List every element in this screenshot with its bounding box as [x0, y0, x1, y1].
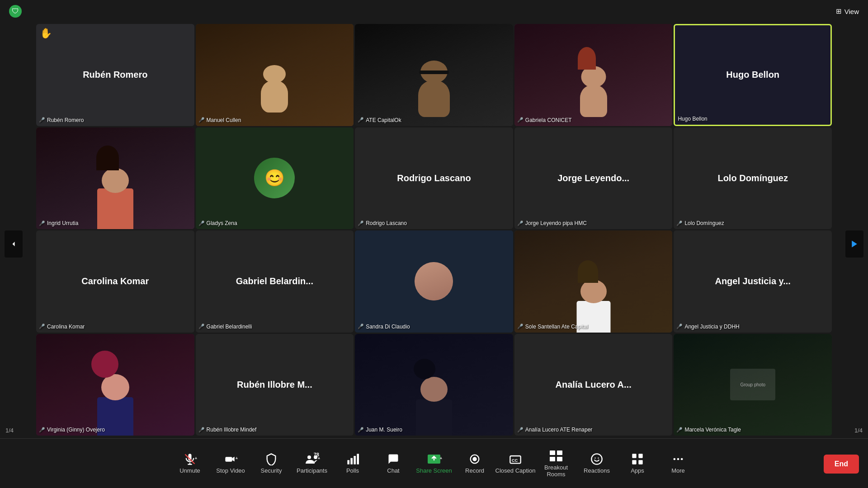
- svg-rect-8: [347, 460, 349, 464]
- more-button[interactable]: More: [658, 443, 698, 484]
- participant-name: Rubén Illobre M...: [232, 380, 317, 390]
- polls-icon: [346, 453, 359, 465]
- participant-cell: Carolina Komar 🎤 Carolina Komar: [36, 230, 194, 333]
- participant-display-name: Analía Lucero ATE Renaper: [525, 427, 593, 433]
- hand-raise-icon: ✋: [40, 28, 52, 39]
- participant-name: Hugo Bellon: [722, 70, 784, 80]
- participant-display-name: Marcela Verónica Tagle: [684, 427, 741, 433]
- mic-muted-icon: 🎤: [198, 324, 205, 329]
- participant-display-name: Gabriel Belardinelli: [207, 324, 252, 330]
- mic-muted-icon: 🎤: [358, 117, 364, 123]
- video-feed: [36, 334, 194, 436]
- breakout-rooms-icon: [549, 450, 563, 462]
- participant-display-name: Sole Santellan Ate Capital: [525, 324, 588, 330]
- participant-label: 🎤 Sandra Di Claudio: [358, 324, 410, 330]
- participant-label: 🎤 Rodrigo Lascano: [358, 220, 407, 226]
- participant-display-name: Jorge Leyendo pipa HMC: [525, 220, 587, 226]
- apps-button[interactable]: Apps: [617, 443, 658, 484]
- page-indicator-left: 1/4: [5, 427, 14, 434]
- stop-video-button[interactable]: ▲ Stop Video: [210, 443, 251, 484]
- participants-icon: 78 ▲: [305, 453, 319, 465]
- participants-caret[interactable]: ▲: [317, 455, 321, 460]
- mic-muted-icon: 🎤: [517, 221, 524, 226]
- stop-video-label: Stop Video: [216, 467, 245, 474]
- participant-label: 🎤 Angel Justicia y DDHH: [676, 324, 739, 330]
- participant-cell: 🎤 Ingrid Urrutia: [36, 127, 194, 230]
- breakout-rooms-button[interactable]: Breakout Rooms: [536, 443, 576, 484]
- share-screen-label: Share Screen: [416, 467, 452, 474]
- participant-label: 🎤 Rubén Illobre Mindef: [198, 427, 257, 433]
- participant-cell: Rodrigo Lascano 🎤 Rodrigo Lascano: [355, 127, 513, 230]
- participant-name: Rubén Romero: [78, 70, 152, 80]
- top-bar: 🛡 ⊞ View: [0, 0, 868, 23]
- mic-muted-icon: 🎤: [39, 427, 45, 433]
- participant-cell: 🎤 Gabriela CONICET: [514, 24, 673, 126]
- nav-next-button[interactable]: [845, 230, 863, 258]
- unmute-caret[interactable]: ▲: [194, 455, 198, 460]
- participant-display-name: Rubén Illobre Mindef: [207, 427, 257, 433]
- participant-cell: ✋ Rubén Romero 🎤 Rubén Romero: [36, 24, 194, 126]
- security-icon: [265, 453, 278, 465]
- video-feed: [355, 24, 513, 126]
- participant-display-name: Lolo Domínguez: [684, 220, 724, 226]
- unmute-label: Unmute: [179, 467, 200, 474]
- participant-cell: Gabriel Belardin... 🎤 Gabriel Belardinel…: [196, 230, 354, 333]
- chat-button[interactable]: Chat: [373, 443, 414, 484]
- polls-label: Polls: [346, 467, 359, 474]
- mic-muted-icon: 🎤: [39, 221, 45, 226]
- participants-button[interactable]: 78 ▲ Participants: [292, 443, 332, 484]
- view-button[interactable]: ⊞ View: [836, 7, 859, 15]
- participant-cell: 🎤 ATE CapitalOk: [355, 24, 513, 126]
- share-caret[interactable]: ▲: [439, 455, 443, 460]
- participant-label: 🎤 Sole Santellan Ate Capital: [517, 324, 588, 330]
- mic-muted-icon: 🎤: [517, 324, 524, 329]
- share-screen-button[interactable]: ▲ Share Screen: [414, 443, 454, 484]
- mic-muted-icon: 🎤: [39, 117, 45, 123]
- svg-rect-19: [550, 457, 555, 461]
- participant-label: 🎤 Manuel Cullen: [198, 117, 241, 123]
- svg-point-22: [594, 458, 595, 459]
- mic-muted-icon: 🎤: [358, 221, 364, 226]
- participant-cell: Jorge Leyendo... 🎤 Jorge Leyendo pipa HM…: [514, 127, 673, 230]
- participant-display-name: Rubén Romero: [47, 117, 84, 123]
- participant-label: 🎤 Rubén Romero: [39, 117, 84, 123]
- participant-label: 🎤 Virginia (Ginny) Ovejero: [39, 427, 105, 433]
- apps-icon: [631, 453, 644, 465]
- mic-muted-icon: 🎤: [198, 221, 205, 226]
- record-button[interactable]: Record: [454, 443, 495, 484]
- polls-button[interactable]: Polls: [332, 443, 373, 484]
- participant-name: Rodrigo Lascano: [392, 173, 475, 183]
- mic-muted-icon: 🎤: [358, 324, 364, 329]
- participant-label: 🎤 Ingrid Urrutia: [39, 220, 78, 226]
- svg-point-29: [677, 458, 679, 460]
- closed-caption-button[interactable]: CC Closed Caption: [495, 443, 536, 484]
- unmute-button[interactable]: ▲ Unmute: [170, 443, 210, 484]
- end-button[interactable]: End: [824, 455, 859, 474]
- nav-prev-button[interactable]: [5, 230, 23, 258]
- svg-rect-5: [225, 457, 232, 462]
- svg-rect-18: [557, 450, 562, 455]
- participant-label: 🎤 Gladys Zena: [198, 220, 237, 226]
- more-icon: [672, 453, 684, 465]
- apps-label: Apps: [631, 467, 644, 474]
- camera-icon: ▲: [224, 453, 237, 465]
- reactions-button[interactable]: Reactions: [576, 443, 617, 484]
- svg-point-23: [598, 458, 599, 459]
- share-screen-icon: ▲: [427, 453, 441, 465]
- participant-label: Hugo Bellon: [678, 116, 707, 122]
- svg-rect-20: [557, 457, 562, 461]
- mic-muted-icon: 🎤: [517, 117, 524, 123]
- participant-name: Angel Justicia y...: [710, 276, 795, 286]
- svg-rect-17: [550, 450, 555, 455]
- participant-cell: 🎤 Juan M. Sueiro: [355, 334, 513, 436]
- video-feed: [514, 230, 673, 333]
- chat-label: Chat: [387, 467, 399, 474]
- record-label: Record: [465, 467, 484, 474]
- participant-label: 🎤 Gabriela CONICET: [517, 117, 572, 123]
- video-caret[interactable]: ▲: [235, 455, 239, 460]
- security-button[interactable]: Security: [251, 443, 292, 484]
- participant-cell: Lolo Domínguez 🎤 Lolo Domínguez: [674, 127, 832, 230]
- shield-icon: 🛡: [9, 5, 22, 18]
- participant-display-name: Ingrid Urrutia: [47, 220, 78, 226]
- participant-display-name: Carolina Komar: [47, 324, 85, 330]
